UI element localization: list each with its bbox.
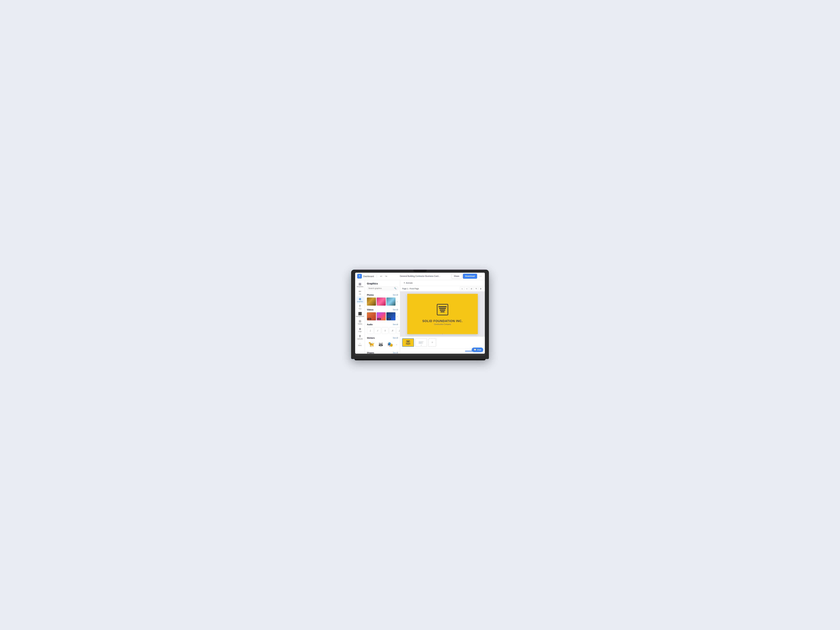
chat-icon: 💬 <box>474 349 476 351</box>
more-label: More <box>358 344 362 346</box>
page-thumb-1[interactable]: 1 <box>402 338 414 347</box>
laptop-bottom <box>354 359 486 360</box>
panel-collapse-button[interactable]: ‹ <box>399 314 400 320</box>
photos-see-all[interactable]: See all <box>393 294 398 296</box>
sidebar-item-logo[interactable]: ◈ Logo <box>356 326 364 333</box>
audio-items: ♩ ♪ ♫ ♬ ♩› <box>365 327 400 335</box>
sidebar-item-uploads[interactable]: ⬆ Uploads <box>356 334 364 341</box>
sidebar-item-templates[interactable]: ▦ Templates <box>356 281 364 289</box>
sticker-heart[interactable]: 🦮 <box>367 341 376 349</box>
photo-thumb-squirrel[interactable] <box>367 297 376 306</box>
photo-thumb-ocean[interactable] <box>387 297 395 306</box>
graphics-panel: Graphics 🔍 Photos See all <box>365 280 400 354</box>
chat-button[interactable]: 💬 Chat <box>472 347 483 352</box>
photo-thumb-flower[interactable] <box>377 297 386 306</box>
photos-section: Photos See all › <box>365 293 400 306</box>
undo-button[interactable]: ↩ <box>379 274 384 278</box>
page-add-button[interactable]: ⊞ <box>469 287 474 291</box>
sticker-items: 🦮 🦝 🎭 › <box>365 340 400 349</box>
photos-header: Photos See all <box>365 293 400 297</box>
sidebar-item-graphics[interactable]: ◉ Graphics <box>356 296 364 303</box>
redo-button[interactable]: ↪ <box>384 274 388 278</box>
videos-more-arrow[interactable]: › <box>396 312 398 321</box>
laptop-container: T Dashboard ↩ ↪ General Building Contrac… <box>351 270 489 360</box>
videos-see-all[interactable]: See all <box>393 309 398 311</box>
sidebar-item-more[interactable]: ··· More <box>356 341 364 347</box>
shapes-see-all[interactable]: See all <box>393 352 398 354</box>
page-thumb-2[interactable]: 2 <box>415 338 427 347</box>
app-logo[interactable]: T <box>357 274 362 278</box>
videos-items: 0:34 0:25 0:59 › <box>365 312 400 321</box>
topbar: T Dashboard ↩ ↪ General Building Contrac… <box>355 273 485 280</box>
undo-redo-group: ↩ ↪ <box>379 274 388 278</box>
graphics-label: Graphics <box>357 301 363 303</box>
graphics-panel-header: Graphics 🔍 <box>365 280 400 292</box>
thumb-bar-2 <box>418 342 423 342</box>
video-thumb-1[interactable]: 0:34 <box>367 312 376 321</box>
svg-rect-6 <box>440 309 445 311</box>
thumb-bar-4 <box>418 343 422 343</box>
photos-more-arrow[interactable]: › <box>396 297 398 306</box>
audio-item-5[interactable]: ♩› <box>396 327 400 334</box>
sidebar-item-text[interactable]: T Text <box>356 304 364 311</box>
shapes-title: Shapes <box>367 352 374 354</box>
audio-item-4[interactable]: ♬ <box>389 327 396 334</box>
sidebar-item-fill[interactable]: ✏ Fill <box>356 289 364 296</box>
page-down-button[interactable]: ∨ <box>465 287 469 291</box>
search-input[interactable] <box>368 287 393 289</box>
audio-see-all[interactable]: See all <box>393 324 398 325</box>
building-logo <box>436 303 449 317</box>
videos-header: Videos See all <box>365 308 400 312</box>
animate-label: Animate <box>406 282 413 284</box>
fill-label: Fill <box>359 293 361 295</box>
tables-icon: ⊞ <box>359 320 361 323</box>
svg-rect-7 <box>441 311 445 312</box>
share-button[interactable]: Share <box>452 274 462 279</box>
stickers-more-arrow[interactable]: › <box>395 341 398 349</box>
animate-button[interactable]: ✦ Animate <box>402 281 414 285</box>
audio-item-1[interactable]: ♩ <box>367 327 374 334</box>
design-canvas[interactable]: SOLID FOUNDATION INC. Construction Compa… <box>407 294 478 334</box>
page-nav-bar: Page 1 - Front Page ∧ ∨ ⊞ ⧉ 🗑 <box>400 286 485 292</box>
stickers-section: Stickers See all 🦮 🦝 🎭 › <box>365 336 400 349</box>
chat-label: Chat <box>477 349 481 351</box>
photos-title: Photos <box>367 294 374 296</box>
add-page-button[interactable]: + <box>428 338 436 347</box>
graphics-icon: ◉ <box>359 297 362 300</box>
search-bar[interactable]: 🔍 <box>367 286 398 290</box>
download-button[interactable]: Download <box>463 274 477 279</box>
svg-rect-5 <box>439 308 446 309</box>
sidebar-item-tables[interactable]: ⊞ Tables <box>356 319 364 326</box>
sidebar-item-background[interactable]: ⬛ Background <box>356 311 364 318</box>
templates-icon: ▦ <box>358 283 362 286</box>
scroll-indicator[interactable]: ∨ <box>442 333 443 335</box>
svg-rect-10 <box>407 341 409 341</box>
dashboard-label[interactable]: Dashboard <box>363 275 374 278</box>
more-options-button[interactable]: ··· <box>478 274 483 278</box>
page-nav-buttons: ∧ ∨ ⊞ ⧉ 🗑 <box>460 287 483 291</box>
page-up-button[interactable]: ∧ <box>460 287 464 291</box>
laptop-screen: T Dashboard ↩ ↪ General Building Contrac… <box>355 273 485 354</box>
audio-item-3[interactable]: ♫ <box>382 327 388 334</box>
sticker-bow[interactable]: 🎭 <box>386 341 395 349</box>
page-delete-button[interactable]: 🗑 <box>479 287 483 291</box>
video-thumb-3[interactable]: 0:59 <box>387 312 395 321</box>
sticker-cat[interactable]: 🦝 <box>376 341 385 349</box>
audio-item-2[interactable]: ♪ <box>374 327 381 334</box>
video-thumb-2[interactable]: 0:25 <box>377 312 386 321</box>
page-copy-button[interactable]: ⧉ <box>474 287 478 291</box>
text-icon: T <box>359 305 361 308</box>
shapes-section: Shapes See all <box>365 351 400 354</box>
stickers-see-all[interactable]: See all <box>393 337 398 339</box>
video-duration-1: 0:34 <box>368 318 371 320</box>
stickers-title: Stickers <box>367 337 375 339</box>
photos-items: › <box>365 297 400 306</box>
app-container: T Dashboard ↩ ↪ General Building Contrac… <box>355 273 485 354</box>
audio-section: Audio See all ♩ ♪ ♫ ♬ ♩› <box>365 323 400 335</box>
templates-label: Templates <box>357 286 363 287</box>
audio-header: Audio See all <box>365 323 400 327</box>
laptop-base <box>355 354 485 357</box>
canvas-viewport: SOLID FOUNDATION INC. Construction Compa… <box>400 292 485 337</box>
svg-rect-13 <box>406 344 411 344</box>
document-title: General Building Contractor Business Car… <box>390 275 450 277</box>
